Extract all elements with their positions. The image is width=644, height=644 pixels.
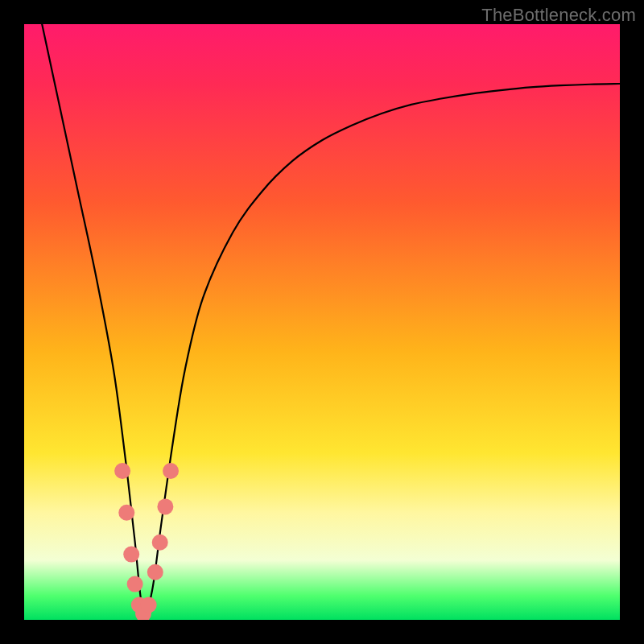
chart-frame: TheBottleneck.com — [0, 0, 644, 644]
watermark-text: TheBottleneck.com — [481, 5, 636, 26]
data-bead — [141, 597, 157, 613]
data-bead — [118, 505, 134, 521]
data-bead — [163, 463, 179, 479]
plot-area — [24, 24, 620, 620]
data-bead — [123, 547, 139, 563]
data-bead — [135, 606, 151, 620]
curve-svg — [24, 24, 620, 620]
data-bead — [157, 498, 173, 514]
data-bead — [152, 535, 168, 551]
data-bead — [127, 576, 143, 592]
data-bead — [131, 597, 147, 613]
bottleneck-curve — [42, 24, 620, 617]
data-bead — [114, 463, 130, 479]
data-beads — [114, 463, 179, 620]
data-bead — [147, 564, 163, 580]
